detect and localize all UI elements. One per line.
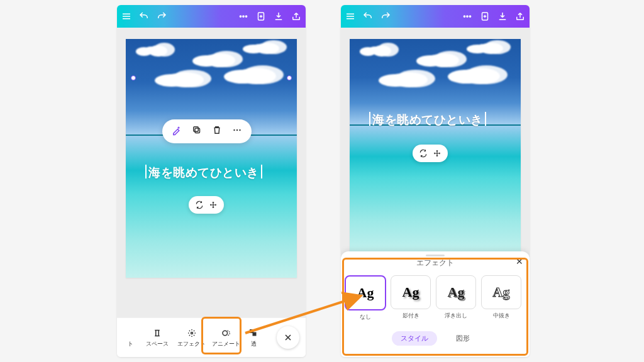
- effect-options: Ag なし Ag 影付き Ag 浮き出し Ag 中抜き: [341, 269, 530, 326]
- transform-pill[interactable]: [189, 196, 224, 214]
- svg-point-7: [236, 129, 238, 131]
- effect-emboss[interactable]: Ag 浮き出し: [436, 275, 475, 321]
- toolbar-item-animate[interactable]: アニメート: [209, 327, 243, 348]
- download-icon[interactable]: [497, 11, 508, 22]
- svg-point-9: [191, 332, 192, 334]
- undo-icon[interactable]: [362, 11, 374, 22]
- svg-point-0: [240, 16, 241, 17]
- rotate-icon: [419, 149, 428, 158]
- svg-point-6: [233, 129, 235, 131]
- app-topbar: [117, 5, 306, 28]
- svg-point-15: [469, 16, 470, 17]
- canvas-text[interactable]: 海を眺めてひといき: [372, 112, 483, 128]
- bottom-toolbar: ト スペース エフェクト アニメート 透: [117, 317, 306, 357]
- share-icon[interactable]: [514, 11, 526, 22]
- svg-rect-4: [195, 128, 200, 133]
- share-icon[interactable]: [291, 11, 302, 22]
- svg-rect-12: [253, 332, 256, 336]
- app-topbar: [341, 5, 530, 28]
- add-page-icon[interactable]: [479, 11, 491, 22]
- svg-point-14: [467, 16, 468, 17]
- canvas-area[interactable]: 海を眺めてひといき: [341, 28, 530, 278]
- magic-edit-icon[interactable]: [171, 124, 182, 138]
- duplicate-icon[interactable]: [191, 124, 203, 138]
- canvas-area[interactable]: 海を眺めてひといき: [117, 28, 306, 334]
- svg-point-10: [223, 331, 228, 336]
- add-page-icon[interactable]: [255, 11, 267, 22]
- toolbar-item-transparency[interactable]: 透: [243, 327, 264, 348]
- effect-none[interactable]: Ag なし: [346, 275, 385, 321]
- toolbar-item-font[interactable]: ト: [121, 327, 140, 348]
- background-image: [126, 39, 297, 278]
- svg-point-13: [464, 16, 465, 17]
- svg-rect-5: [194, 127, 199, 132]
- redo-icon[interactable]: [156, 11, 167, 22]
- context-toolbar: [162, 119, 252, 143]
- svg-point-2: [245, 16, 247, 17]
- effect-outline[interactable]: Ag 中抜き: [482, 275, 521, 321]
- sheet-tabs: スタイル 図形: [341, 326, 530, 353]
- more-icon[interactable]: [238, 11, 249, 22]
- redo-icon[interactable]: [380, 11, 391, 22]
- rotate-icon: [195, 200, 204, 209]
- transform-pill[interactable]: [413, 145, 448, 162]
- tab-style[interactable]: スタイル: [392, 331, 437, 346]
- svg-point-8: [239, 129, 240, 131]
- move-icon: [433, 149, 441, 158]
- toolbar-more-icon[interactable]: [231, 124, 243, 138]
- canvas-text[interactable]: 海を眺めてひといき: [148, 165, 259, 181]
- close-toolbar-button[interactable]: [277, 326, 299, 349]
- phone-left: 海を眺めてひといき ト スペース エフェクト アニメート: [117, 5, 306, 357]
- download-icon[interactable]: [273, 11, 284, 22]
- effects-sheet: エフェクト ✕ Ag なし Ag 影付き Ag 浮き出し Ag 中抜き スタイル…: [341, 251, 530, 357]
- undo-icon[interactable]: [138, 11, 150, 22]
- more-icon[interactable]: [462, 11, 473, 22]
- sheet-title: エフェクト: [416, 258, 454, 268]
- move-icon: [209, 200, 218, 209]
- menu-icon[interactable]: [121, 11, 132, 22]
- sheet-close-button[interactable]: ✕: [516, 256, 523, 266]
- toolbar-item-spacing[interactable]: スペース: [140, 327, 174, 348]
- menu-icon[interactable]: [345, 11, 356, 22]
- phone-right: 海を眺めてひといき エフェクト ✕ Ag なし Ag 影付き Ag 浮き出し: [341, 5, 530, 357]
- toolbar-item-effects[interactable]: エフェクト: [174, 327, 209, 348]
- delete-icon[interactable]: [211, 124, 223, 138]
- tab-shape[interactable]: 図形: [447, 331, 479, 346]
- svg-point-1: [243, 16, 244, 17]
- effect-shadow[interactable]: Ag 影付き: [391, 275, 430, 321]
